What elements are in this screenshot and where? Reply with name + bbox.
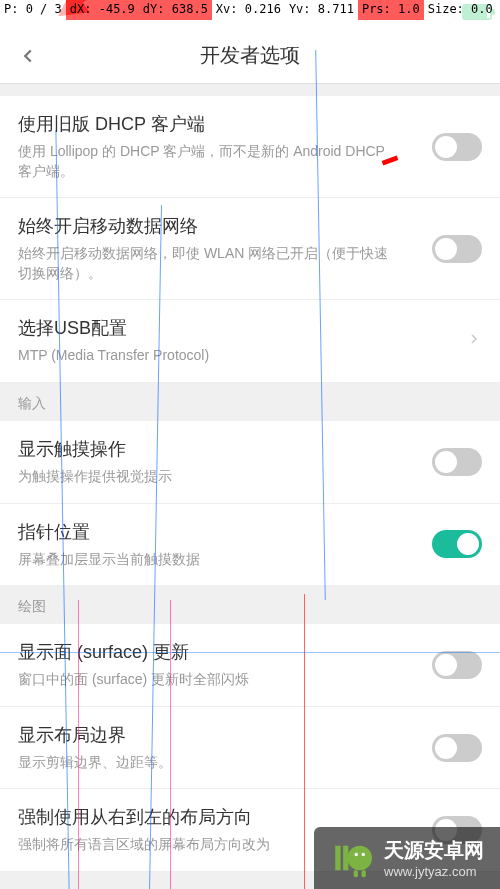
app-header: 开发者选项 [0,28,500,84]
watermark-badge: 天源安卓网 www.jytyaz.com [314,827,500,889]
item-desc: 使用 Lollipop 的 DHCP 客户端，而不是新的 Android DHC… [18,142,398,181]
item-title: 指针位置 [18,520,482,544]
item-desc: 始终开启移动数据网络，即使 WLAN 网络已开启（便于快速切换网络）。 [18,244,398,283]
toggle-switch[interactable] [432,530,482,558]
section-header-input: 输入 [0,383,500,421]
svg-point-3 [355,853,359,857]
setting-show-touches[interactable]: 显示触摸操作 为触摸操作提供视觉提示 [0,421,500,504]
debug-yv: Yv: 8.711 [285,0,358,20]
toggle-switch[interactable] [432,448,482,476]
debug-size: Size: 0.0 [424,0,497,20]
setting-show-surface-updates[interactable]: 显示面 (surface) 更新 窗口中的面 (surface) 更新时全部闪烁 [0,624,500,707]
item-desc: MTP (Media Transfer Protocol) [18,346,398,366]
item-desc: 窗口中的面 (surface) 更新时全部闪烁 [18,670,398,690]
item-title: 使用旧版 DHCP 客户端 [18,112,482,136]
toggle-switch[interactable] [432,235,482,263]
item-title: 显示布局边界 [18,723,482,747]
pointer-location-debug-bar: P: 0 / 3 dX: -45.9 dY: 638.5 Xv: 0.216 Y… [0,0,500,20]
toggle-switch[interactable] [432,734,482,762]
setting-show-layout-bounds[interactable]: 显示布局边界 显示剪辑边界、边距等。 [0,707,500,790]
item-desc: 为触摸操作提供视觉提示 [18,467,398,487]
svg-rect-6 [362,870,366,877]
svg-rect-5 [354,870,358,877]
watermark-url: www.jytyaz.com [384,864,484,879]
setting-mobile-data-always-on[interactable]: 始终开启移动数据网络 始终开启移动数据网络，即使 WLAN 网络已开启（便于快速… [0,198,500,300]
svg-point-4 [362,853,366,857]
page-title: 开发者选项 [0,42,500,69]
watermark-logo-icon [330,837,372,879]
item-desc: 显示剪辑边界、边距等。 [18,753,398,773]
item-desc: 屏幕叠加层显示当前触摸数据 [18,550,398,570]
setting-usb-config[interactable]: 选择USB配置 MTP (Media Transfer Protocol) [0,300,500,383]
item-title: 显示触摸操作 [18,437,482,461]
setting-pointer-location[interactable]: 指针位置 屏幕叠加层显示当前触摸数据 [0,504,500,587]
watermark-title: 天源安卓网 [384,837,484,864]
item-title: 强制使用从右到左的布局方向 [18,805,482,829]
debug-dx: dX: -45.9 [66,0,139,20]
settings-list: 使用旧版 DHCP 客户端 使用 Lollipop 的 DHCP 客户端，而不是… [0,96,500,872]
svg-point-2 [348,846,373,871]
debug-prs: Prs: 1.0 [358,0,424,20]
touch-crosshair-horizontal [0,652,500,653]
chevron-left-icon [17,45,39,67]
debug-xv: Xv: 0.216 [212,0,285,20]
toggle-switch[interactable] [432,651,482,679]
chevron-right-icon [466,331,482,351]
item-title: 始终开启移动数据网络 [18,214,482,238]
setting-legacy-dhcp[interactable]: 使用旧版 DHCP 客户端 使用 Lollipop 的 DHCP 客户端，而不是… [0,96,500,198]
section-header-drawing: 绘图 [0,586,500,624]
debug-dy: dY: 638.5 [139,0,212,20]
back-button[interactable] [0,28,56,84]
toggle-switch[interactable] [432,133,482,161]
svg-rect-0 [335,846,340,871]
debug-pointer-count: P: 0 / 3 [0,0,66,20]
item-title: 选择USB配置 [18,316,482,340]
